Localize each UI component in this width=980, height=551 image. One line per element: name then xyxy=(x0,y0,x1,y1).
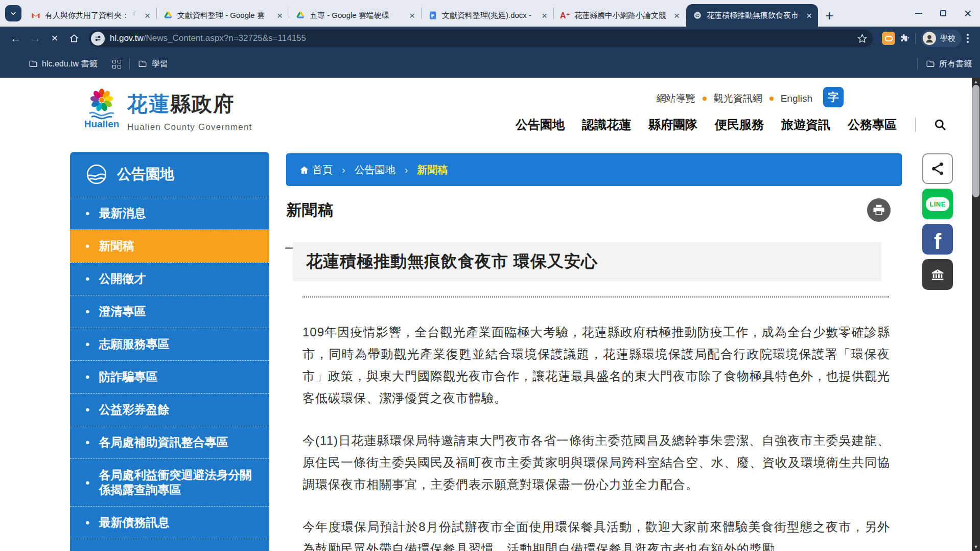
nav-about[interactable]: 認識花蓮 xyxy=(582,117,631,133)
breadcrumb-separator: › xyxy=(405,164,408,176)
extension-icon[interactable] xyxy=(882,32,895,45)
tab-essay-contest[interactable]: A⁺ 花蓮縣國中小網路小論文競 × xyxy=(554,4,686,27)
nav-services[interactable]: 便民服務 xyxy=(715,117,764,133)
dot xyxy=(967,34,969,36)
page-scrollbar[interactable]: ▲ ▼ xyxy=(972,78,980,551)
close-window-button[interactable]: × xyxy=(955,0,980,27)
tab-search-button[interactable] xyxy=(5,5,21,21)
article-body: 109年因疫情影響，全台觀光產業面臨極大考驗，花蓮縣政府積極推動防疫工作，成為全… xyxy=(302,321,890,551)
logo-text: 花蓮縣政府 Hualien County Government xyxy=(127,88,252,132)
bookmark-folder-hlc[interactable]: hlc.edu.tw 書籤 xyxy=(29,59,97,70)
bookmark-star-icon[interactable] xyxy=(857,33,868,44)
tab-title: 文獻資料整理 - Google 雲 xyxy=(177,11,272,20)
breadcrumb-separator: › xyxy=(342,164,345,176)
scroll-up-arrow[interactable]: ▲ xyxy=(972,79,980,84)
tab-drive-2[interactable]: 五專 - Google 雲端硬碟 × xyxy=(289,4,421,27)
breadcrumb-home[interactable]: 首頁 xyxy=(312,163,333,177)
page-title-row: 新聞稿 xyxy=(286,198,902,222)
close-icon[interactable]: × xyxy=(276,10,284,21)
sidebar-item-clarification[interactable]: •澄清專區 xyxy=(70,295,269,328)
browser-toolbar: ← → × hl.gov.tw/News_Content.aspx?n=3272… xyxy=(0,27,980,50)
toolbar-separator xyxy=(915,33,916,44)
site-logo[interactable]: Hualien 花蓮縣政府 Hualien County Government xyxy=(83,88,252,132)
close-icon[interactable]: × xyxy=(144,10,151,21)
close-icon[interactable]: × xyxy=(541,10,548,21)
sidebar-item-conflict-disclosure[interactable]: •各局處利益衝突迴避法身分關係揭露查詢專區 xyxy=(70,458,269,506)
breadcrumb-announcements[interactable]: 公告園地 xyxy=(355,163,395,177)
folder-icon xyxy=(138,59,147,68)
maximize-button[interactable] xyxy=(931,0,955,27)
print-button[interactable] xyxy=(867,198,891,222)
share-button[interactable] xyxy=(922,153,953,184)
link-english[interactable]: English xyxy=(781,93,812,104)
line-share-button[interactable]: LINE xyxy=(922,189,953,219)
nav-announcements[interactable]: 公告園地 xyxy=(516,117,565,133)
sidebar-item-subsidy-info[interactable]: •各局處補助資訊整合專區 xyxy=(70,426,269,458)
new-tab-button[interactable]: + xyxy=(825,8,833,23)
browser-menu-button[interactable] xyxy=(967,34,969,43)
tab-title: 花蓮縣國中小網路小論文競 xyxy=(574,11,669,20)
sidebar-item-latest-news[interactable]: •最新消息 xyxy=(70,197,269,229)
tab-gmail[interactable]: 有人與你共用了資料夾：「 × xyxy=(25,4,156,27)
sidebar-item-anti-fraud[interactable]: •防詐騙專區 xyxy=(70,360,269,393)
forward-button[interactable]: → xyxy=(26,29,45,48)
site-info-button[interactable] xyxy=(91,32,105,45)
wave-crest-icon xyxy=(83,161,110,188)
back-button[interactable]: ← xyxy=(6,29,26,48)
profile-button[interactable]: 學校 xyxy=(921,30,962,47)
page-content: Hualien 花蓮縣政府 Hualien County Government … xyxy=(0,78,980,551)
nav-government-team[interactable]: 縣府團隊 xyxy=(648,117,697,133)
gov-site-button[interactable] xyxy=(922,259,953,290)
extension-glyph xyxy=(885,36,893,41)
dot-separator xyxy=(703,97,707,101)
stop-loading-button[interactable]: × xyxy=(45,29,64,48)
grid-square xyxy=(118,60,121,63)
close-icon[interactable]: × xyxy=(673,10,681,21)
a-plus-icon: A⁺ xyxy=(560,10,570,20)
bullet-icon: • xyxy=(85,370,89,384)
nav-travel[interactable]: 旅遊資訊 xyxy=(781,117,830,133)
extensions-puzzle-icon[interactable] xyxy=(899,33,910,44)
sidebar-item-lottery-surplus[interactable]: •公益彩券盈餘 xyxy=(70,393,269,426)
all-bookmarks[interactable]: 所有書籤 xyxy=(909,58,972,70)
scroll-down-arrow[interactable]: ▼ xyxy=(972,544,980,549)
sidebar-item-volunteer[interactable]: •志願服務專區 xyxy=(70,328,269,360)
link-tourism[interactable]: 觀光資訊網 xyxy=(714,92,762,105)
google-drive-icon xyxy=(295,10,306,20)
sidebar-item-recruitment[interactable]: •公開徵才 xyxy=(70,262,269,295)
minimize-button[interactable] xyxy=(906,0,931,27)
search-icon[interactable] xyxy=(933,118,947,132)
link-sitemap[interactable]: 網站導覽 xyxy=(657,92,695,105)
bookmark-folder-study[interactable]: 學習 xyxy=(138,59,168,70)
grid-square xyxy=(112,60,116,63)
dot xyxy=(967,41,969,43)
close-icon[interactable]: × xyxy=(408,10,416,21)
tab-active-news[interactable]: 花蓮積極推動無痕飲食夜市 × xyxy=(686,4,818,27)
facebook-share-button[interactable]: f xyxy=(922,224,953,255)
apps-grid-icon[interactable] xyxy=(112,60,121,68)
bookmark-label: hlc.edu.tw 書籤 xyxy=(42,59,97,70)
url-text: hl.gov.tw/News_Content.aspx?n=32725&s=11… xyxy=(110,33,857,43)
logo-flower: Hualien xyxy=(83,88,120,132)
logo-title: 花蓮縣政府 xyxy=(127,90,252,118)
nav-divider xyxy=(915,118,916,132)
address-bar[interactable]: hl.gov.tw/News_Content.aspx?n=32725&s=11… xyxy=(89,30,873,47)
flower-icon xyxy=(83,88,120,120)
bookmarks-bar: hlc.edu.tw 書籤 學習 所有書籤 xyxy=(0,50,980,78)
sidebar-item-press-release[interactable]: •新聞稿 xyxy=(70,229,269,262)
font-size-button[interactable]: 字 xyxy=(823,87,844,107)
close-icon[interactable]: × xyxy=(805,10,813,21)
sidebar-item-debt-info[interactable]: •最新債務訊息 xyxy=(70,506,269,539)
tab-docs[interactable]: 文獻資料整理(兆廷).docx - × xyxy=(422,4,553,27)
tab-drive-1[interactable]: 文獻資料整理 - Google 雲 × xyxy=(157,4,289,27)
scrollbar-thumb[interactable] xyxy=(972,85,979,197)
main-navigation: 公告園地 認識花蓮 縣府團隊 便民服務 旅遊資訊 公務專區 xyxy=(516,117,947,133)
window-controls: × xyxy=(906,0,980,27)
sidebar: 公告園地 •最新消息 •新聞稿 •公開徵才 •澄清專區 •志願服務專區 •防詐騙… xyxy=(70,152,269,551)
site-favicon xyxy=(692,10,703,20)
sidebar-header: 公告園地 xyxy=(70,152,269,197)
home-button[interactable] xyxy=(64,29,84,48)
dot-separator xyxy=(769,97,774,101)
nav-civil-service[interactable]: 公務專區 xyxy=(848,117,897,133)
minimize-icon xyxy=(915,13,922,14)
